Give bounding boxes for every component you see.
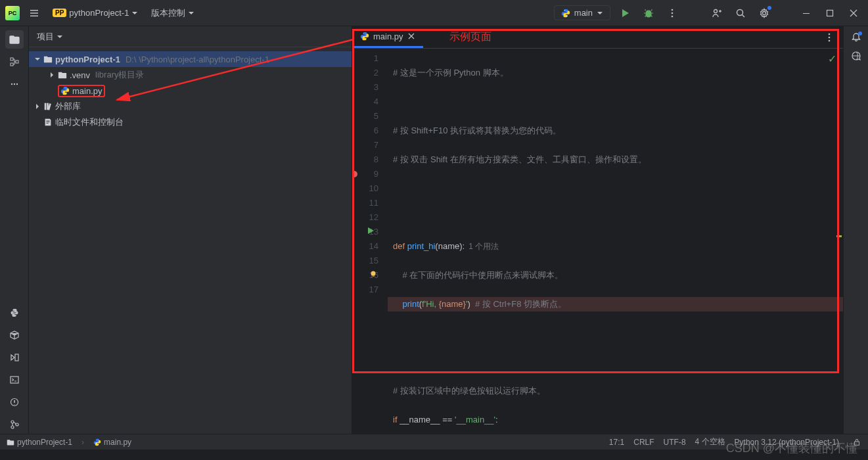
project-selector[interactable]: PP pythonProject-1 <box>49 6 142 20</box>
right-tool-stripe <box>843 26 868 434</box>
code-with-me-icon[interactable] <box>710 6 724 20</box>
project-tree: pythonProject-1 D:\ \Python\project-all\… <box>29 47 352 134</box>
editor-tab-main[interactable]: main.py <box>352 26 423 48</box>
run-button[interactable] <box>618 6 632 20</box>
svg-rect-16 <box>11 377 18 383</box>
project-name: pythonProject-1 <box>69 8 129 18</box>
tree-external-libs[interactable]: 外部库 <box>29 99 352 114</box>
maximize-button[interactable] <box>823 6 837 20</box>
notifications-button[interactable] <box>849 30 863 45</box>
tree-venv[interactable]: .venv library根目录 <box>29 67 352 83</box>
svg-point-12 <box>11 83 12 85</box>
check-icon: ✓ <box>828 53 836 64</box>
python-file-icon <box>360 32 369 41</box>
tree-venv-label: .venv <box>70 70 90 80</box>
svg-point-6 <box>714 9 718 12</box>
notification-dot-icon <box>858 32 862 35</box>
close-window-button[interactable] <box>846 6 861 20</box>
ext-libs-label: 外部库 <box>55 101 81 112</box>
problems-button[interactable] <box>5 393 24 411</box>
editor-body[interactable]: ✓ 123 456 78 9 101112 13 1415 16 17 # 这是… <box>352 49 843 434</box>
chevron-down-icon <box>188 10 194 16</box>
indent-setting[interactable]: 4 个空格 <box>695 436 725 448</box>
svg-rect-10 <box>11 63 13 66</box>
debug-button[interactable] <box>641 6 656 20</box>
bulb-icon[interactable] <box>369 270 377 278</box>
svg-point-3 <box>672 9 674 11</box>
left-tool-stripe <box>0 26 29 434</box>
vcs-menu[interactable]: 版本控制 <box>147 5 198 21</box>
terminal-button[interactable] <box>5 371 24 389</box>
svg-point-2 <box>647 11 651 16</box>
more-actions-icon[interactable] <box>665 6 679 20</box>
folder-icon <box>58 70 67 80</box>
breadcrumb-project[interactable]: pythonProject-1 <box>7 438 72 447</box>
structure-tool-button[interactable] <box>5 53 24 71</box>
python-packages-button[interactable] <box>5 326 24 344</box>
inspection-status[interactable]: ✓ <box>828 53 836 65</box>
chevron-right-icon <box>34 103 41 110</box>
editor-tab-bar: main.py 示例页面 <box>352 26 843 49</box>
ai-assistant-button[interactable] <box>849 49 863 63</box>
file-encoding[interactable]: UTF-8 <box>664 438 686 447</box>
svg-point-14 <box>16 83 17 85</box>
breadcrumb-file[interactable]: main.py <box>93 438 131 447</box>
svg-point-19 <box>11 426 14 428</box>
more-tool-button[interactable] <box>5 75 24 93</box>
tab-more-icon[interactable] <box>822 30 836 45</box>
code-content[interactable]: # 这是一个示例 Python 脚本。 # 按 Shift+F10 执行或将其替… <box>388 49 843 434</box>
chevron-down-icon <box>34 56 41 62</box>
tree-scratches[interactable]: 临时文件和控制台 <box>29 114 352 130</box>
watermark: CSDN @不懂装懂的不懂 <box>726 440 857 456</box>
run-config-name: main <box>574 8 593 18</box>
tree-main-file[interactable]: main.py <box>29 83 352 99</box>
chevron-down-icon <box>131 10 138 16</box>
vcs-tool-button[interactable] <box>5 415 24 434</box>
python-file-icon <box>60 86 70 95</box>
svg-point-18 <box>11 421 14 423</box>
svg-point-7 <box>737 9 743 15</box>
python-icon <box>561 9 570 18</box>
run-gutter-icon[interactable] <box>367 227 375 235</box>
services-button[interactable] <box>5 348 24 367</box>
annotation-text: 示例页面 <box>449 30 491 44</box>
tree-root-path: D:\ \Python\project-all\pythonProject-1 <box>126 55 269 64</box>
main-area: 项目 pythonProject-1 D:\ \Python\project-a… <box>0 26 868 434</box>
svg-rect-15 <box>15 354 18 361</box>
svg-rect-25 <box>373 275 375 277</box>
chevron-down-icon <box>597 10 603 16</box>
project-tool-button[interactable] <box>5 30 24 49</box>
folder-icon <box>43 55 53 64</box>
hamburger-menu-icon[interactable] <box>27 6 41 20</box>
run-config-selector[interactable]: main <box>554 5 610 20</box>
tree-root[interactable]: pythonProject-1 D:\ \Python\project-all\… <box>29 51 352 67</box>
minimize-button[interactable] <box>799 6 813 20</box>
tree-venv-hint: library根目录 <box>95 69 144 81</box>
gutter: 123 456 78 9 101112 13 1415 16 17 <box>352 49 388 434</box>
svg-point-24 <box>371 271 376 276</box>
settings-icon[interactable] <box>757 6 771 20</box>
breakpoint-icon[interactable] <box>352 171 357 177</box>
titlebar: PC PP pythonProject-1 版本控制 main <box>0 0 868 26</box>
cursor-position[interactable]: 17:1 <box>609 438 624 447</box>
chevron-down-icon[interactable] <box>57 34 63 40</box>
python-console-button[interactable] <box>5 304 24 322</box>
app-logo-icon: PC <box>5 6 20 20</box>
folder-icon <box>7 438 14 446</box>
search-everywhere-icon[interactable] <box>733 6 748 20</box>
tab-name: main.py <box>373 32 403 41</box>
svg-point-1 <box>566 15 567 16</box>
library-icon <box>43 102 53 111</box>
warning-marker[interactable] <box>836 235 842 237</box>
vcs-label: 版本控制 <box>151 7 185 19</box>
svg-point-21 <box>829 33 831 35</box>
project-panel-title: 项目 <box>37 31 54 43</box>
svg-rect-9 <box>11 58 13 60</box>
scratches-label: 临时文件和控制台 <box>55 116 124 128</box>
project-panel: 项目 pythonProject-1 D:\ \Python\project-a… <box>29 26 352 434</box>
line-separator[interactable]: CRLF <box>633 438 654 447</box>
svg-point-5 <box>672 15 674 17</box>
svg-point-22 <box>829 36 831 38</box>
close-icon[interactable] <box>407 32 415 40</box>
scratches-icon <box>43 118 53 127</box>
